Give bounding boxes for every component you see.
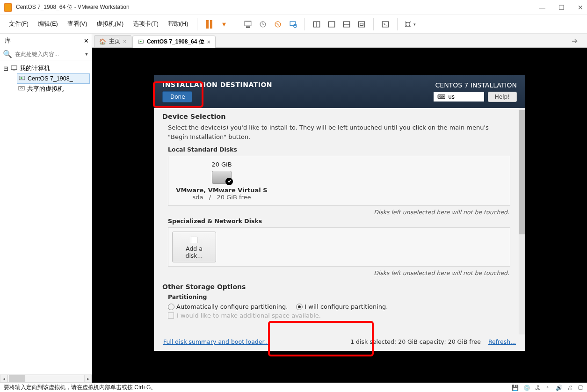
pause-vm-button[interactable] — [202, 17, 216, 31]
svg-rect-8 — [329, 22, 335, 27]
toolbar-divider — [197, 18, 197, 30]
computer-icon — [10, 65, 18, 72]
status-sound-icon[interactable]: 🔊 — [556, 385, 563, 391]
library-search-input[interactable] — [15, 51, 76, 58]
installer-title: INSTALLATION DESTINATION — [162, 81, 272, 88]
toolbar-divider — [236, 18, 236, 30]
vmware-logo-icon — [4, 3, 12, 12]
footer-status: 1 disk selected; 20 GiB capacity; 20 GiB… — [350, 338, 481, 345]
svg-rect-4 — [290, 22, 296, 25]
scroll-left-button[interactable]: ◂ — [0, 375, 7, 383]
radio-auto-partition[interactable]: Automatically configure partitioning. — [168, 303, 288, 310]
checkbox-extra-space: I would like to make additional space av… — [168, 312, 321, 319]
disk-capacity: 20 GiB — [211, 161, 232, 168]
section-network-disks: Specialized & Network Disks — [162, 218, 510, 225]
menu-file[interactable]: 文件(F) — [5, 18, 33, 30]
add-disk-icon — [191, 237, 197, 243]
tab-home[interactable]: 🏠 主页 × — [94, 35, 131, 47]
search-icon: 🔍 — [3, 50, 12, 58]
svg-point-5 — [294, 24, 297, 28]
tab-centos[interactable]: CentOS 7_1908_64 位 × — [132, 36, 216, 48]
status-cd-icon[interactable]: 💿 — [523, 385, 530, 391]
done-button[interactable]: Done — [162, 91, 192, 102]
scroll-thumb[interactable] — [9, 375, 25, 382]
tab-label: CentOS 7_1908_64 位 — [147, 38, 204, 46]
snapshot-manager-button[interactable] — [256, 17, 270, 31]
close-button[interactable]: ✕ — [578, 4, 583, 11]
svg-point-19 — [21, 87, 22, 89]
section-local-disks: Local Standard Disks — [162, 146, 510, 153]
library-search: 🔍 ▼ — [0, 48, 92, 60]
fit-guest-button[interactable] — [340, 17, 354, 31]
fullscreen-button[interactable] — [355, 17, 369, 31]
tree-label: 共享的虚拟机 — [27, 85, 64, 93]
menu-help[interactable]: 帮助(H) — [164, 18, 192, 30]
power-dropdown-button[interactable]: ▾ — [217, 17, 231, 31]
svg-rect-1 — [246, 27, 250, 28]
disk-item[interactable]: 20 GiB ✔ VMware, VMware Virtual S sda / … — [175, 161, 268, 201]
status-hd-icon[interactable]: 💾 — [512, 385, 519, 391]
section-other-storage: Other Storage Options — [162, 283, 510, 290]
tree-centos-vm[interactable]: CentOS 7_1908_ — [17, 73, 90, 84]
layout-single-button[interactable] — [325, 17, 339, 31]
maximize-button[interactable]: ☐ — [558, 4, 565, 11]
refresh-link[interactable]: Refresh... — [488, 338, 516, 345]
disk-sep: / — [209, 194, 211, 201]
scroll-thumb[interactable] — [519, 110, 525, 234]
menu-view[interactable]: 查看(V) — [63, 18, 92, 30]
status-printer-icon[interactable]: 🖨 — [567, 385, 573, 391]
search-dropdown-button[interactable]: ▼ — [84, 51, 89, 57]
disk-subinfo: sda / 20 GiB free — [192, 194, 251, 201]
vm-running-icon — [18, 75, 26, 82]
menu-tabs[interactable]: 选项卡(T) — [129, 18, 163, 30]
library-close-button[interactable]: ✕ — [84, 37, 89, 44]
manage-snapshot-button[interactable] — [286, 17, 300, 31]
tree-my-computer[interactable]: ⊟ 我的计算机 — [2, 63, 90, 73]
status-usb-icon[interactable]: ᯤ — [545, 385, 551, 391]
scroll-right-button[interactable]: ▸ — [84, 375, 92, 383]
checkbox-icon — [168, 312, 174, 319]
disk-icon: ✔ — [212, 171, 232, 184]
status-net-icon[interactable]: 🖧 — [535, 385, 541, 391]
installer-scrollbar[interactable] — [519, 108, 525, 334]
minimize-button[interactable]: — — [539, 4, 545, 11]
vm-area: 🏠 主页 × CentOS 7_1908_64 位 × ➔ INSTALLATI… — [92, 34, 587, 383]
installer-header: INSTALLATION DESTINATION Done CENTOS 7 I… — [154, 75, 525, 108]
console-button[interactable] — [378, 17, 392, 31]
tab-navigate-button[interactable]: ➔ — [570, 35, 580, 47]
keyboard-icon: ⌨ — [437, 94, 445, 100]
menu-vm[interactable]: 虚拟机(M) — [92, 18, 128, 30]
status-display-icon[interactable]: 🖵 — [578, 385, 583, 391]
status-devices: 💾 💿 🖧 ᯤ 🔊 🖨 🖵 — [512, 385, 583, 391]
tree-shared-vms[interactable]: 共享的虚拟机 — [9, 84, 90, 94]
tree-label: 我的计算机 — [20, 65, 50, 73]
titlebar: CentOS 7_1908_64 位 - VMware Workstation … — [0, 0, 587, 15]
menu-edit[interactable]: 编辑(E) — [34, 18, 62, 30]
tab-close-button[interactable]: × — [123, 38, 126, 45]
layout-split-button[interactable] — [310, 17, 324, 31]
revert-snapshot-button[interactable] — [271, 17, 285, 31]
home-icon: 🏠 — [99, 38, 106, 45]
checkbox-label: I would like to make additional space av… — [177, 312, 321, 319]
snapshot-button[interactable] — [241, 17, 255, 31]
svg-rect-0 — [245, 21, 251, 26]
add-disk-label: Add a disk... — [176, 245, 212, 259]
radio-manual-partition[interactable]: I will configure partitioning. — [296, 303, 388, 310]
expander-icon[interactable]: ⊟ — [3, 65, 8, 72]
add-disk-button[interactable]: Add a disk... — [172, 232, 216, 262]
stretch-dropdown-button[interactable]: ▾ — [402, 17, 416, 31]
keyboard-layout-selector[interactable]: ⌨ us — [434, 92, 484, 102]
guest-display[interactable]: INSTALLATION DESTINATION Done CENTOS 7 I… — [92, 48, 587, 383]
help-button[interactable]: Help! — [488, 92, 517, 102]
disk-name: VMware, VMware Virtual S — [176, 187, 267, 194]
svg-rect-12 — [360, 23, 363, 25]
tab-label: 主页 — [109, 37, 120, 45]
svg-marker-21 — [140, 41, 142, 43]
vm-running-icon — [138, 39, 144, 45]
radio-icon — [296, 304, 303, 310]
library-hscroll[interactable]: ◂ ▸ — [0, 374, 92, 383]
tab-close-button[interactable]: × — [207, 39, 210, 45]
full-disk-summary-link[interactable]: Full disk summary and boot loader... — [163, 338, 269, 345]
svg-rect-18 — [19, 87, 24, 90]
device-selection-desc: Select the device(s) you'd like to insta… — [162, 123, 510, 141]
